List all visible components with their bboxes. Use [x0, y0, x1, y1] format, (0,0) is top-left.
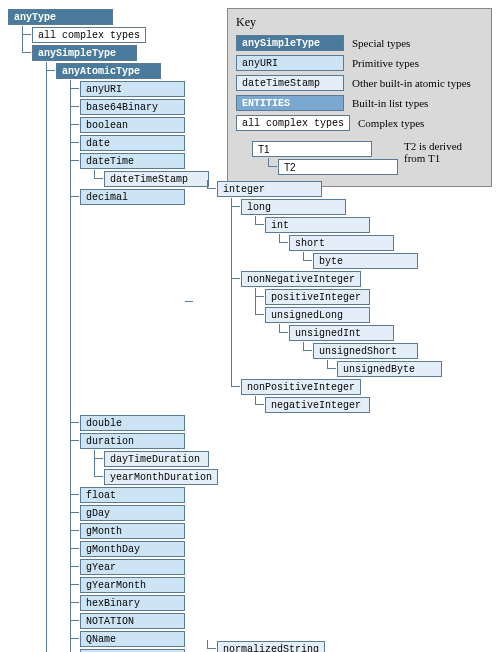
node-all-complex: all complex types [32, 27, 146, 43]
node-boolean: boolean [80, 117, 185, 133]
node-gmonthday: gMonthDay [80, 541, 185, 557]
node-notation: NOTATION [80, 613, 185, 629]
node-negativeinteger: negativeInteger [265, 397, 370, 413]
node-nonnegativeinteger: nonNegativeInteger [241, 271, 361, 287]
node-duration: duration [80, 433, 185, 449]
node-gday: gDay [80, 505, 185, 521]
node-anyuri: anyURI [80, 81, 185, 97]
node-anysimpletype: anySimpleType [32, 45, 137, 61]
node-decimal: decimal [80, 189, 185, 205]
node-hexbinary: hexBinary [80, 595, 185, 611]
node-gyearmonth: gYearMonth [80, 577, 185, 593]
node-yearmonthduration: yearMonthDuration [104, 469, 218, 485]
node-double: double [80, 415, 185, 431]
node-long: long [241, 199, 346, 215]
node-gyear: gYear [80, 559, 185, 575]
node-date: date [80, 135, 185, 151]
node-positiveinteger: positiveInteger [265, 289, 370, 305]
node-unsignedlong: unsignedLong [265, 307, 370, 323]
node-qname: QName [80, 631, 185, 647]
node-datetime: dateTime [80, 153, 185, 169]
node-short: short [289, 235, 394, 251]
node-base64binary: base64Binary [80, 99, 185, 115]
node-anyatomictype: anyAtomicType [56, 63, 161, 79]
node-unsignedshort: unsignedShort [313, 343, 418, 359]
type-tree: anyType all complex types anySimpleType … [8, 8, 492, 652]
node-int: int [265, 217, 370, 233]
node-normalizedstring: normalizedString [217, 641, 325, 652]
node-float: float [80, 487, 185, 503]
node-nonpositiveinteger: nonPositiveInteger [241, 379, 361, 395]
node-integer: integer [217, 181, 322, 197]
node-gmonth: gMonth [80, 523, 185, 539]
node-daytimeduration: dayTimeDuration [104, 451, 209, 467]
node-anytype: anyType [8, 9, 113, 25]
node-unsignedbyte: unsignedByte [337, 361, 442, 377]
node-byte: byte [313, 253, 418, 269]
node-unsignedint: unsignedInt [289, 325, 394, 341]
